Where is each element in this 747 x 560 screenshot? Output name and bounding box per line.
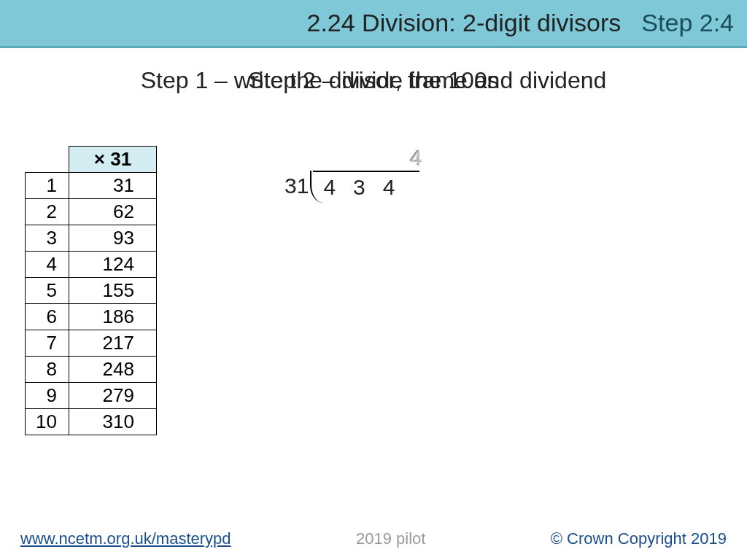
table-corner	[26, 147, 69, 173]
table-row: 9279	[26, 383, 157, 409]
multiplication-table: × 31 131 262 393 4124 5155 6186 7217 824…	[25, 146, 157, 435]
quotient-partial: 4	[330, 146, 440, 171]
long-division: 4 31 434	[285, 146, 440, 200]
footer: www.ncetm.org.uk/masterypd 2019 pilot © …	[0, 529, 747, 548]
footer-pilot: 2019 pilot	[356, 529, 425, 548]
header-title: 2.24 Division: 2-digit divisors	[307, 9, 622, 37]
table-row: 393	[26, 225, 157, 252]
table-row: 8248	[26, 357, 157, 383]
subtitle-container: Step 1 – write the divisor, frame and di…	[0, 67, 747, 94]
header-step: Step 2:4	[641, 9, 734, 37]
table-row: 5155	[26, 278, 157, 304]
header-bar: 2.24 Division: 2-digit divisors Step 2:4	[0, 0, 747, 48]
divisor: 31	[285, 171, 309, 198]
footer-url[interactable]: www.ncetm.org.uk/masterypd	[20, 529, 231, 548]
division-frame: 434	[313, 171, 419, 200]
dividend: 434	[323, 175, 412, 199]
subtitle-front: Step 2 – divide the 100s	[248, 67, 498, 94]
table-header: × 31	[69, 147, 157, 173]
table-row: 6186	[26, 304, 157, 330]
table-row: 4124	[26, 252, 157, 278]
table-row: 10310	[26, 409, 157, 435]
table-row: 262	[26, 199, 157, 225]
table-row: 131	[26, 173, 157, 199]
table-row: 7217	[26, 330, 157, 357]
footer-copyright: © Crown Copyright 2019	[551, 529, 727, 548]
